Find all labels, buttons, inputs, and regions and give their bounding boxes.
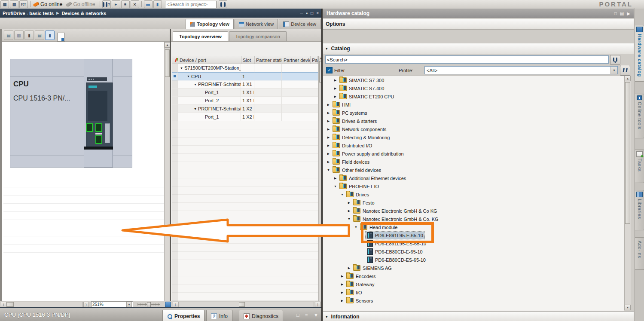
filter-checkbox[interactable]: ✓ <box>326 67 333 73</box>
tab-topology-comparison[interactable]: Topology comparison <box>229 31 287 41</box>
zoom-slider[interactable] <box>137 303 160 306</box>
search-in-project-input[interactable] <box>165 1 217 8</box>
expand-icon[interactable]: ▼ <box>339 193 345 196</box>
expand-icon[interactable]: ▶ <box>326 128 331 131</box>
panel-menu-icon[interactable]: ≡ <box>305 312 308 318</box>
expand-icon[interactable]: ▶ <box>339 299 345 303</box>
zoom-level-select[interactable]: 251% ▼ <box>91 301 133 308</box>
table-row[interactable]: ▼S71500/ET200MP-Station_1 <box>172 64 318 72</box>
expand-icon[interactable]: ▶ <box>346 266 352 270</box>
expand-icon[interactable]: ▶ <box>333 177 338 180</box>
table-row[interactable]: ▼PROFINET-Schnittstelle_2 1 X2 <box>172 105 318 113</box>
table-row[interactable]: Port_2 1 X1 P2 <box>172 97 318 105</box>
catalog-tree-item[interactable]: ▶ Detecting & Monitoring <box>323 133 624 141</box>
close-icon[interactable]: × <box>316 11 319 15</box>
collapse-right-icon[interactable]: ▶ <box>627 11 630 16</box>
catalog-tree-item[interactable]: ▶ Additional Ethernet devices <box>323 174 624 182</box>
scrollbar-thumb[interactable] <box>7 302 14 307</box>
filter-view-icon[interactable]: ▮ <box>24 31 34 40</box>
expand-icon[interactable]: ▼ <box>192 107 198 110</box>
split-horizontal-icon[interactable]: ▬ <box>144 0 153 8</box>
catalog-search-input[interactable] <box>325 55 609 64</box>
expand-icon[interactable]: ▶ <box>346 201 352 205</box>
tab-topology-view[interactable]: Topology view <box>186 19 234 29</box>
expand-icon[interactable]: ▶ <box>333 87 338 90</box>
scroll-right-icon[interactable]: ) <box>315 302 320 307</box>
split-vertical-icon[interactable]: ▮ <box>153 0 162 8</box>
tab-network-view[interactable]: Network view <box>235 19 278 29</box>
scroll-left-icon[interactable]: ( <box>1 302 6 307</box>
catalog-tree-item[interactable]: PD6-E891L95-E-65-10 <box>323 231 624 239</box>
accessible-devices-icon[interactable]: ? <box>102 0 111 8</box>
float-panel-icon[interactable]: □ <box>296 312 299 318</box>
catalog-tree-item[interactable]: ▶ Field devices <box>323 158 624 166</box>
column-header[interactable]: Device / port <box>178 56 241 64</box>
expand-icon[interactable]: ▼ <box>186 75 191 78</box>
go-offline-icon[interactable] <box>66 2 72 7</box>
expand-icon[interactable]: ▶ <box>333 95 338 98</box>
table-vertical-scrollbar[interactable]: ▲ <box>318 56 321 301</box>
scroll-up-icon[interactable]: ▲ <box>625 76 631 81</box>
tab-diagnostics[interactable]: Diagnostics <box>239 310 283 321</box>
catalog-tree-item[interactable]: ▼ Other field devices <box>323 166 624 174</box>
page-layout-icon[interactable]: ▮ <box>45 31 55 40</box>
catalog-tree-item[interactable]: ▶ Distributed I/O <box>323 141 624 150</box>
catalog-tree-item[interactable]: ▶ SIMATIC ET200 CPU <box>323 92 624 101</box>
column-header[interactable]: Part... <box>311 56 318 64</box>
panel-views-icon[interactable]: ▤ <box>620 11 624 16</box>
side-tab[interactable]: Hardware catalog <box>635 25 644 82</box>
scrollbar-thumb[interactable] <box>625 82 630 224</box>
catalog-tree-item[interactable]: ▼ Head module <box>323 223 624 231</box>
column-header[interactable]: Partner device <box>282 56 311 64</box>
maximize-icon[interactable]: □ <box>311 11 313 15</box>
archive-project-icon[interactable]: ▤ <box>0 0 9 8</box>
topology-canvas[interactable]: ▤ ▥ ▮ ▤ ▮ ± CPU CPU 1516-3 PN/... ▲ <box>0 29 170 301</box>
dropdown-icon[interactable]: ▼ <box>126 302 132 307</box>
catalog-tree-item[interactable]: ▼ Drives <box>323 190 624 199</box>
stop-cpu-icon[interactable]: ■ <box>121 0 130 8</box>
expand-icon[interactable]: ▶ <box>326 144 331 147</box>
expand-icon[interactable]: ▶ <box>346 209 352 213</box>
catalog-tree-item[interactable]: ▶ SIMATIC S7-300 <box>323 76 624 84</box>
go-offline-button[interactable]: Go offline <box>73 1 95 7</box>
catalog-tree-item[interactable]: ▼ PROFINET IO <box>323 182 624 190</box>
minimize-icon[interactable]: ─ <box>300 11 303 15</box>
column-header[interactable]: Slot <box>241 56 255 64</box>
collapse-icon[interactable]: ▾ <box>326 315 328 319</box>
catalog-tree-item[interactable]: PD6-EB80CD-ES-65-10 <box>323 256 624 264</box>
expand-icon[interactable]: ▼ <box>179 67 184 70</box>
expand-icon[interactable]: ▶ <box>339 283 345 286</box>
catalog-tree-item[interactable]: ▶ SIMATIC S7-400 <box>323 84 624 92</box>
scroll-right-icon[interactable]: ) <box>83 302 89 307</box>
catalog-tree-item[interactable]: ▶ HMI <box>323 101 624 109</box>
go-online-icon[interactable] <box>33 2 39 7</box>
catalog-tree-item[interactable]: ▶ Sensors <box>323 297 624 305</box>
breadcrumb[interactable]: ProfiDrive - basic tests <box>3 11 54 16</box>
start-cpu-icon[interactable]: ▸ <box>112 0 120 8</box>
profile-select[interactable]: <All> ▼ <box>424 66 618 74</box>
catalog-scrollbar[interactable]: ▲ ▼ <box>624 76 631 310</box>
table-row[interactable]: Port_1 1 X2 P1 <box>172 113 318 121</box>
catalog-tree-item[interactable]: ▶ PC systems <box>323 109 624 117</box>
scroll-left-icon[interactable]: ( <box>173 302 178 307</box>
expand-icon[interactable]: ▼ <box>326 168 331 171</box>
scrollbar-thumb[interactable] <box>165 49 170 77</box>
canvas-vertical-scrollbar[interactable]: ▲ <box>164 42 170 301</box>
catalog-tree-item[interactable]: PD6-E891L95-ES-65-10 <box>323 239 624 248</box>
side-tab[interactable]: Libraries <box>635 190 644 230</box>
tab-topology-overview[interactable]: Topology overview <box>173 31 228 41</box>
scrollbar-thumb[interactable] <box>239 302 245 307</box>
start-runtime-icon[interactable]: RT <box>19 0 28 8</box>
collapse-icon[interactable]: ▾ <box>326 46 328 51</box>
search-down-button[interactable] <box>610 55 620 65</box>
tab-properties[interactable]: Properties <box>162 310 204 321</box>
catalog-section-header[interactable]: ▾ Catalog <box>323 43 634 54</box>
expand-icon[interactable]: ▼ <box>353 226 359 229</box>
dock-icon[interactable]: ▪ <box>306 11 308 15</box>
grid-view-icon[interactable]: ▤ <box>35 31 44 40</box>
expand-icon[interactable]: ▼ <box>192 83 198 86</box>
information-section-header[interactable]: ▾ Information <box>323 311 634 321</box>
breadcrumb-page[interactable]: Devices & networks <box>61 11 106 16</box>
expand-icon[interactable]: ▶ <box>339 275 345 278</box>
scroll-up-icon[interactable]: ▲ <box>165 42 170 48</box>
